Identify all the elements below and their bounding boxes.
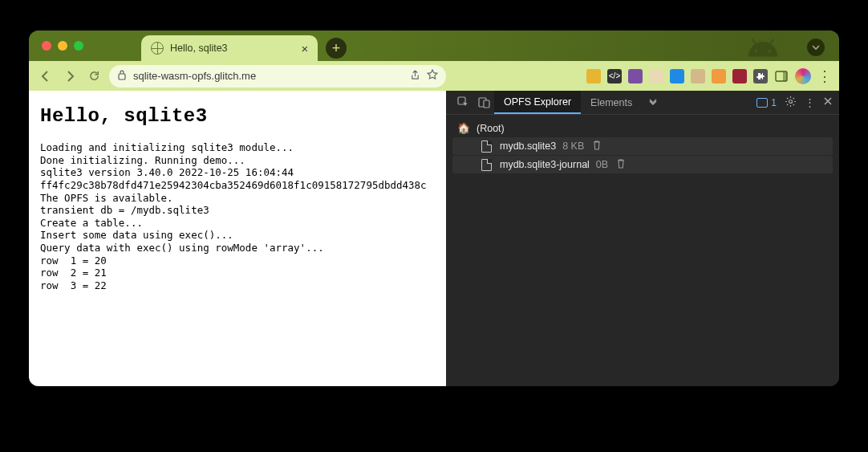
trash-icon[interactable] (592, 140, 602, 153)
console-log: Loading and initializing sqlite3 module.… (40, 141, 435, 292)
extensions-puzzle-icon[interactable] (753, 69, 768, 83)
close-window-button[interactable] (42, 41, 51, 51)
url-text: sqlite-wasm-opfs.glitch.me (133, 70, 404, 82)
devtools-menu-button[interactable]: ⋮ (805, 96, 815, 108)
gear-icon[interactable] (785, 96, 797, 110)
tree-root[interactable]: 🏠 (Root) (452, 120, 833, 136)
devtools-panel: OPFS Explorer Elements 1 ⋮ (446, 91, 839, 386)
svg-rect-9 (484, 100, 489, 108)
svg-rect-4 (119, 74, 125, 79)
minimize-window-button[interactable] (58, 41, 67, 51)
home-icon: 🏠 (457, 122, 470, 134)
browser-menu-button[interactable]: ⋮ (817, 67, 831, 85)
file-name: mydb.sqlite3-journal (500, 159, 590, 170)
page-heading: Hello, sqlite3 (40, 105, 435, 127)
tab-title: Hello, sqlite3 (170, 43, 294, 54)
extension-icon[interactable] (691, 69, 705, 83)
android-decoration (743, 35, 783, 58)
opfs-tree: 🏠 (Root) mydb.sqlite3 8 KBmydb.sqlite3-j… (446, 115, 839, 179)
browser-tab[interactable]: Hello, sqlite3 × (141, 35, 318, 61)
extension-icon[interactable] (649, 69, 663, 83)
browser-window: Hello, sqlite3 × + sqlite-wasm-opfs.glit… (29, 31, 839, 386)
chat-icon (756, 98, 768, 108)
star-icon[interactable] (427, 69, 438, 83)
extension-icon[interactable] (732, 69, 747, 83)
side-panel-icon[interactable] (774, 69, 789, 83)
tree-file-row[interactable]: mydb.sqlite3-journal 0B (452, 156, 833, 173)
globe-icon (151, 42, 164, 55)
close-tab-button[interactable]: × (300, 43, 310, 53)
extension-icon[interactable] (628, 69, 643, 83)
issues-count: 1 (771, 97, 777, 108)
address-bar[interactable]: sqlite-wasm-opfs.glitch.me (109, 65, 446, 88)
extension-icon[interactable] (586, 69, 601, 83)
toolbar: sqlite-wasm-opfs.glitch.me </> (29, 61, 839, 91)
tree-file-row[interactable]: mydb.sqlite3 8 KB (452, 137, 833, 155)
share-icon[interactable] (410, 70, 420, 83)
window-controls (37, 31, 91, 61)
reload-button[interactable] (85, 67, 103, 85)
forward-button[interactable] (61, 67, 79, 85)
profile-avatar[interactable] (795, 68, 811, 84)
close-devtools-button[interactable] (823, 96, 833, 108)
extension-icon[interactable] (670, 69, 684, 83)
inspect-icon[interactable] (452, 91, 473, 114)
devtools-tabs: OPFS Explorer Elements 1 ⋮ (446, 91, 839, 115)
trash-icon[interactable] (616, 158, 626, 171)
content-split: Hello, sqlite3 Loading and initializing … (29, 91, 839, 386)
svg-point-10 (789, 100, 793, 103)
maximize-window-button[interactable] (74, 41, 83, 51)
svg-point-0 (755, 50, 757, 52)
tab-elements[interactable]: Elements (581, 91, 642, 114)
back-button[interactable] (37, 67, 55, 85)
svg-line-3 (769, 39, 773, 45)
file-size: 8 KB (562, 140, 584, 152)
tab-opfs-explorer[interactable]: OPFS Explorer (494, 91, 581, 114)
extensions-row: </> ⋮ (586, 67, 831, 85)
svg-point-1 (769, 50, 771, 52)
issues-badge[interactable]: 1 (756, 97, 777, 108)
page-content: Hello, sqlite3 Loading and initializing … (29, 91, 446, 386)
root-label: (Root) (477, 123, 505, 134)
extension-icon[interactable] (712, 69, 726, 83)
tab-strip: Hello, sqlite3 × + (29, 31, 839, 61)
file-size: 0B (596, 159, 608, 170)
svg-rect-6 (783, 71, 787, 81)
device-toggle-icon[interactable] (473, 91, 494, 114)
file-icon (481, 140, 492, 153)
new-tab-button[interactable]: + (326, 38, 347, 59)
lock-icon (117, 70, 127, 83)
svg-line-2 (752, 39, 756, 45)
file-name: mydb.sqlite3 (500, 140, 556, 152)
file-icon (481, 159, 492, 171)
tabs-overflow-button[interactable] (642, 91, 664, 114)
window-menu-button[interactable] (807, 39, 825, 56)
extension-icon[interactable]: </> (607, 69, 622, 83)
